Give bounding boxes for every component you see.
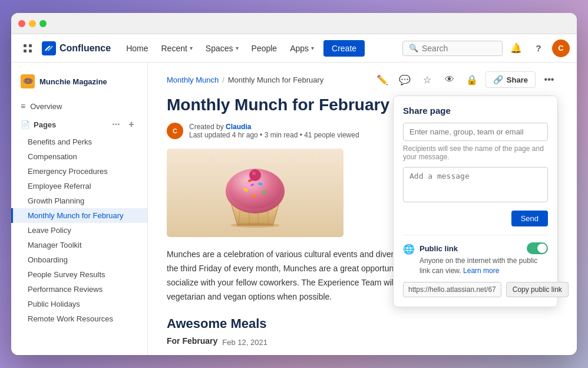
sidebar-page-compensation[interactable]: Compensation bbox=[11, 149, 147, 164]
create-button[interactable]: Create bbox=[323, 40, 365, 57]
space-name: Munchie Magazine bbox=[39, 77, 107, 86]
grid-icon[interactable] bbox=[18, 44, 37, 53]
author-avatar: C bbox=[167, 123, 183, 139]
sidebar-page-monthly-munch[interactable]: Monthly Munch for February bbox=[11, 208, 147, 223]
sidebar-page-people-survey[interactable]: People Survey Results bbox=[11, 267, 147, 282]
pages-add-icon[interactable]: + bbox=[125, 118, 138, 131]
sidebar: 🍩 Munchie Magazine ≡ Overview 📄 Pages ··… bbox=[11, 63, 148, 355]
nav-people[interactable]: People bbox=[246, 40, 283, 57]
svg-rect-1 bbox=[29, 44, 32, 47]
logo-text: Confluence bbox=[60, 43, 111, 54]
apps-chevron-icon: ▾ bbox=[311, 45, 314, 51]
section-date: Feb 12, 2021 bbox=[222, 338, 267, 347]
app-window: Confluence Home Recent ▾ Spaces ▾ People bbox=[11, 13, 577, 355]
search-input[interactable] bbox=[422, 44, 496, 53]
comment-icon[interactable]: 💬 bbox=[396, 71, 414, 88]
page-meta: Last updated 4 hr ago • 3 min read • 41 … bbox=[189, 131, 359, 139]
main-content: Monthly Munch / Monthly Munch for Februa… bbox=[148, 63, 577, 355]
breadcrumb-path: Monthly Munch / Monthly Munch for Februa… bbox=[167, 75, 323, 84]
author-name[interactable]: Claudia bbox=[226, 123, 251, 131]
user-avatar[interactable]: C bbox=[552, 40, 570, 57]
svg-point-19 bbox=[230, 223, 280, 228]
sidebar-pages-list: Benefits and Perks Compensation Emergenc… bbox=[11, 134, 147, 326]
sidebar-page-onboarding[interactable]: Onboarding bbox=[11, 252, 147, 267]
share-send-row: Send bbox=[403, 211, 548, 226]
restrict-icon[interactable]: 🔒 bbox=[463, 71, 481, 88]
learn-more-link[interactable]: Learn more bbox=[463, 267, 499, 275]
copy-link-button[interactable]: Copy public link bbox=[506, 282, 569, 297]
sidebar-pages-section[interactable]: 📄 Pages ··· + bbox=[11, 114, 147, 134]
confluence-logo[interactable]: Confluence bbox=[37, 41, 115, 55]
page-hero-image bbox=[167, 149, 343, 237]
breadcrumb-separator: / bbox=[222, 75, 224, 84]
link-url-display: https://hello.atlassian.net/67 bbox=[403, 282, 501, 297]
nav-home[interactable]: Home bbox=[120, 40, 154, 57]
edit-icon[interactable]: ✏️ bbox=[374, 71, 391, 88]
copy-link-row: https://hello.atlassian.net/67 Copy publ… bbox=[403, 282, 548, 297]
share-icon: 🔗 bbox=[493, 75, 503, 84]
public-link-row: 🌐 Public link Anyone on the internet wit… bbox=[403, 242, 548, 276]
sidebar-page-employee-referral[interactable]: Employee Referral bbox=[11, 179, 147, 193]
sidebar-page-leave[interactable]: Leave Policy bbox=[11, 223, 147, 238]
watch-icon[interactable]: 👁 bbox=[441, 71, 458, 88]
space-icon: 🍩 bbox=[21, 74, 35, 88]
author-label: Created by bbox=[189, 123, 224, 131]
share-panel: Share page Recipients will see the name … bbox=[393, 96, 558, 307]
nav-apps[interactable]: Apps ▾ bbox=[284, 40, 320, 57]
page-actions: ✏️ 💬 ☆ 👁 🔒 🔗 Share ••• bbox=[374, 71, 558, 88]
share-button[interactable]: 🔗 Share bbox=[485, 71, 536, 88]
section-subtitle: For February bbox=[167, 336, 217, 346]
share-btn-label: Share bbox=[507, 75, 528, 84]
search-box[interactable]: 🔍 bbox=[402, 41, 503, 56]
content-area: 🍩 Munchie Magazine ≡ Overview 📄 Pages ··… bbox=[11, 63, 577, 355]
nav-recent[interactable]: Recent ▾ bbox=[155, 40, 198, 57]
share-panel-title: Share page bbox=[403, 106, 548, 116]
more-options-icon[interactable]: ••• bbox=[540, 71, 558, 88]
sidebar-page-remote[interactable]: Remote Work Resources bbox=[11, 311, 147, 326]
sidebar-overview[interactable]: ≡ Overview bbox=[11, 98, 147, 114]
public-link-toggle[interactable] bbox=[527, 242, 548, 254]
globe-icon: 🌐 bbox=[403, 244, 415, 255]
breadcrumb-current: Monthly Munch for February bbox=[228, 75, 324, 84]
sidebar-page-emergency[interactable]: Emergency Procedures bbox=[11, 164, 147, 179]
pages-icon: 📄 bbox=[21, 120, 30, 129]
sidebar-page-manager[interactable]: Manager Toolkit bbox=[11, 238, 147, 252]
share-message-input[interactable] bbox=[403, 167, 548, 202]
svg-point-17 bbox=[249, 169, 261, 181]
nav-links: Home Recent ▾ Spaces ▾ People Apps ▾ Cre… bbox=[120, 40, 402, 57]
spaces-chevron-icon: ▾ bbox=[236, 45, 239, 51]
traffic-lights bbox=[18, 20, 47, 27]
public-link-title: Public link bbox=[419, 242, 548, 254]
share-hint: Recipients will see the name of the page… bbox=[403, 144, 548, 161]
svg-rect-3 bbox=[29, 50, 32, 52]
share-email-input[interactable] bbox=[403, 123, 548, 141]
section-body: Crispy Stuffed Lotus Root with Pork, Egg… bbox=[167, 353, 558, 355]
svg-rect-0 bbox=[24, 44, 27, 47]
overview-icon: ≡ bbox=[21, 101, 25, 111]
help-button[interactable]: ? bbox=[530, 40, 547, 57]
star-icon[interactable]: ☆ bbox=[418, 71, 436, 88]
search-icon: 🔍 bbox=[409, 44, 418, 52]
public-link-info: Public link Anyone on the internet with … bbox=[419, 242, 548, 276]
notifications-button[interactable]: 🔔 bbox=[507, 40, 525, 57]
sidebar-page-growth[interactable]: Growth Planning bbox=[11, 193, 147, 208]
cupcake-illustration bbox=[167, 149, 343, 237]
sidebar-page-holidays[interactable]: Public Holidays bbox=[11, 297, 147, 311]
pages-section-actions: ··· + bbox=[110, 118, 138, 131]
nav-right: 🔍 🔔 ? C bbox=[402, 40, 570, 57]
nav-spaces[interactable]: Spaces ▾ bbox=[200, 40, 245, 57]
recent-chevron-icon: ▾ bbox=[190, 45, 193, 51]
close-button[interactable] bbox=[18, 20, 25, 27]
titlebar bbox=[11, 13, 577, 34]
app-body: Confluence Home Recent ▾ Spaces ▾ People bbox=[11, 34, 577, 355]
minimize-button[interactable] bbox=[29, 20, 36, 27]
share-divider bbox=[403, 235, 548, 235]
sidebar-page-benefits[interactable]: Benefits and Perks bbox=[11, 134, 147, 149]
section-title: Awesome Meals bbox=[167, 316, 558, 331]
send-button[interactable]: Send bbox=[511, 211, 548, 226]
maximize-button[interactable] bbox=[39, 20, 47, 27]
sidebar-page-performance[interactable]: Performance Reviews bbox=[11, 282, 147, 297]
breadcrumb-space-link[interactable]: Monthly Munch bbox=[167, 75, 219, 84]
pages-more-icon[interactable]: ··· bbox=[110, 118, 123, 131]
space-header[interactable]: 🍩 Munchie Magazine bbox=[11, 70, 147, 93]
